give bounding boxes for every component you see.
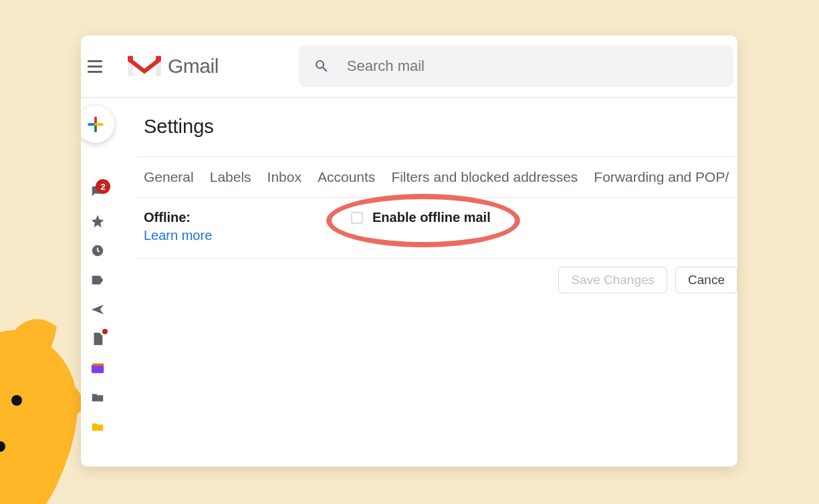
settings-button-row: Save Changes Cance bbox=[144, 259, 737, 293]
tab-accounts[interactable]: Accounts bbox=[318, 169, 375, 185]
svg-point-0 bbox=[11, 395, 22, 406]
sidebar-drafts-icon[interactable] bbox=[90, 332, 105, 346]
enable-offline-checkbox[interactable] bbox=[351, 212, 363, 224]
tab-forwarding[interactable]: Forwarding and POP/ bbox=[594, 169, 729, 185]
gmail-m-icon bbox=[128, 53, 161, 79]
compose-button[interactable] bbox=[81, 106, 114, 143]
header: Gmail bbox=[81, 35, 737, 97]
drafts-dot-badge bbox=[102, 329, 108, 334]
sidebar-folder-yellow-icon[interactable] bbox=[90, 420, 105, 434]
search-icon bbox=[314, 58, 330, 74]
settings-tabs: General Labels Inbox Accounts Filters an… bbox=[144, 157, 737, 197]
app-name: Gmail bbox=[168, 55, 219, 78]
settings-content: Settings General Labels Inbox Accounts F… bbox=[144, 109, 737, 293]
left-rail: 2 bbox=[81, 99, 114, 434]
svg-rect-8 bbox=[92, 365, 104, 374]
menu-icon[interactable] bbox=[88, 57, 106, 76]
tab-inbox[interactable]: Inbox bbox=[267, 169, 302, 185]
gmail-window: Gmail 2 bbox=[81, 35, 737, 467]
offline-setting-row: Offline: Learn more Enable offline mail bbox=[144, 198, 737, 258]
learn-more-link[interactable]: Learn more bbox=[144, 228, 351, 243]
header-divider bbox=[81, 97, 737, 98]
search-input[interactable] bbox=[347, 57, 719, 75]
page-title: Settings bbox=[144, 116, 737, 156]
offline-label: Offline: bbox=[144, 210, 351, 225]
sidebar-starred-icon[interactable] bbox=[90, 214, 105, 229]
sidebar-sent-icon[interactable] bbox=[90, 302, 105, 317]
save-changes-button[interactable]: Save Changes bbox=[558, 267, 667, 293]
svg-rect-9 bbox=[93, 364, 104, 366]
cancel-button[interactable]: Cance bbox=[675, 267, 737, 293]
tab-general[interactable]: General bbox=[144, 169, 194, 185]
svg-point-1 bbox=[0, 441, 5, 452]
sidebar-folder-grey-icon[interactable] bbox=[90, 390, 105, 405]
enable-offline-label: Enable offline mail bbox=[372, 210, 491, 225]
sidebar-label-icon[interactable] bbox=[90, 273, 105, 287]
search-bar[interactable] bbox=[299, 45, 733, 87]
sidebar-snoozed-icon[interactable] bbox=[90, 243, 105, 258]
tab-labels[interactable]: Labels bbox=[210, 169, 251, 185]
sidebar-inbox-icon[interactable]: 2 bbox=[90, 184, 105, 199]
plus-icon bbox=[86, 114, 106, 134]
inbox-badge: 2 bbox=[96, 179, 110, 194]
tab-filters[interactable]: Filters and blocked addresses bbox=[391, 169, 578, 185]
sidebar-category-icon[interactable] bbox=[90, 361, 105, 376]
gmail-logo[interactable]: Gmail bbox=[128, 53, 219, 79]
